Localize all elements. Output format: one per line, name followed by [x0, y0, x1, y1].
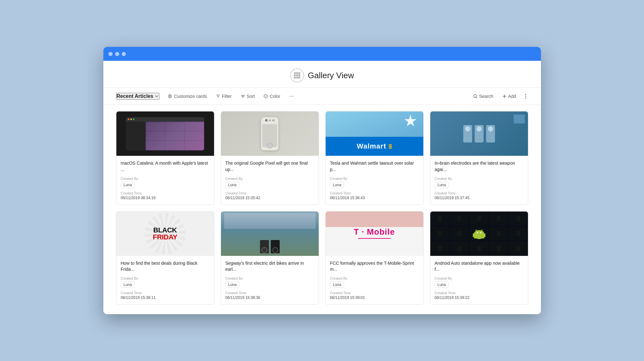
card-image-8 — [430, 212, 528, 256]
card-body-2: The original Google Pixel will get one f… — [221, 156, 319, 204]
svg-point-19 — [474, 230, 484, 237]
creator-tag-2: Luna — [225, 182, 240, 188]
card-body-4: In-brain electrodes are the latest weapo… — [430, 156, 528, 204]
color-button[interactable]: Color — [262, 92, 282, 100]
app-window: Gallery View Recent Articles — [103, 47, 541, 314]
sort-icon — [241, 94, 245, 98]
toolbar-actions: Customize cards Filter Sort — [166, 92, 296, 100]
card-time-5: 06/11/2019 15:38:11 — [121, 295, 210, 300]
card-image-2 — [221, 111, 319, 156]
svg-rect-4 — [296, 75, 298, 76]
card-body-7: FCC formally approves the T-Mobile-Sprin… — [326, 256, 423, 304]
card-body-6: Segway's first electric dirt bikes arriv… — [221, 256, 319, 304]
card-title-2: The original Google Pixel will get one f… — [225, 160, 314, 173]
creator-label-2: Created By — [225, 177, 314, 180]
creator-label-5: Created By — [121, 276, 210, 280]
add-label: Add — [508, 94, 516, 99]
time-label-4: Created Time — [435, 191, 524, 195]
card-time-8: 06/11/2019 15:39:22 — [435, 295, 524, 300]
card-image-4 — [430, 111, 528, 156]
card-title-3: Tesla and Walmart settle lawsuit over so… — [330, 160, 419, 173]
creator-label-3: Created By — [330, 177, 419, 180]
svg-rect-2 — [299, 73, 300, 74]
creator-tag-5: Luna — [121, 282, 135, 288]
card-1[interactable]: macOS Catalina: A month with Apple's lat… — [116, 111, 214, 205]
search-button[interactable]: Search — [471, 92, 495, 100]
vertical-ellipsis-icon — [525, 94, 526, 99]
card-4[interactable]: In-brain electrodes are the latest weapo… — [430, 111, 528, 205]
svg-rect-7 — [296, 77, 298, 78]
more-options-button[interactable]: ··· — [287, 92, 296, 100]
page-title: Gallery View — [308, 71, 354, 80]
search-icon — [473, 94, 478, 98]
customize-cards-button[interactable]: Customize cards — [166, 92, 209, 100]
time-label-2: Created Time — [225, 191, 314, 195]
card-image-5: BLACK FRIDAY — [116, 212, 214, 256]
view-title-button[interactable]: Recent Articles — [116, 93, 160, 100]
card-body-3: Tesla and Walmart settle lawsuit over so… — [326, 156, 423, 204]
add-button[interactable]: Add — [500, 92, 518, 100]
minimize-button[interactable] — [115, 52, 119, 56]
card-time-3: 06/11/2019 15:36:43 — [330, 196, 419, 200]
svg-rect-0 — [294, 73, 296, 74]
app-icon — [290, 68, 304, 82]
card-2[interactable]: The original Google Pixel will get one f… — [221, 111, 319, 205]
creator-label-8: Created By — [435, 276, 524, 280]
time-label-5: Created Time — [121, 291, 210, 295]
gallery-grid: macOS Catalina: A month with Apple's lat… — [103, 105, 541, 314]
card-8[interactable]: Android Auto standalone app now availabl… — [430, 211, 528, 305]
card-7[interactable]: T · Mobile FCC formally approves the T-M… — [325, 211, 424, 305]
time-label-7: Created Time — [330, 291, 419, 295]
card-5[interactable]: BLACK FRIDAY How to find the best deals … — [116, 211, 214, 305]
app-header: Gallery View — [103, 61, 541, 88]
filter-button[interactable]: Filter — [214, 92, 234, 100]
view-title-label: Recent Articles — [117, 93, 153, 99]
card-body-1: macOS Catalina: A month with Apple's lat… — [116, 156, 214, 204]
maximize-button[interactable] — [122, 52, 126, 56]
card-time-4: 06/11/2019 15:37:45 — [435, 196, 524, 200]
card-body-8: Android Auto standalone app now availabl… — [430, 256, 528, 304]
creator-tag-4: Luna — [435, 182, 449, 188]
time-label-3: Created Time — [330, 191, 419, 195]
traffic-lights — [108, 52, 126, 56]
creator-tag-3: Luna — [330, 182, 344, 188]
ellipsis-icon: ··· — [289, 93, 294, 99]
creator-label-7: Created By — [330, 276, 419, 280]
time-label-1: Created Time — [121, 191, 210, 195]
svg-point-14 — [525, 96, 526, 97]
svg-point-9 — [169, 95, 171, 97]
creator-label-4: Created By — [435, 177, 524, 180]
customize-label: Customize cards — [174, 94, 207, 99]
titlebar — [103, 47, 541, 61]
svg-rect-3 — [294, 75, 296, 76]
card-title-7: FCC formally approves the T-Mobile-Sprin… — [330, 260, 419, 273]
add-icon — [502, 94, 507, 98]
sort-button[interactable]: Sort — [239, 92, 257, 100]
window-content: Gallery View Recent Articles — [103, 61, 541, 314]
options-button[interactable] — [523, 93, 528, 99]
card-title-5: How to find the best deals during Black … — [121, 260, 210, 273]
card-image-6 — [221, 212, 319, 256]
card-image-1 — [116, 111, 214, 156]
svg-point-15 — [525, 98, 526, 98]
filter-label: Filter — [222, 94, 232, 99]
svg-rect-24 — [473, 233, 474, 237]
time-label-8: Created Time — [435, 291, 524, 295]
creator-label-6: Created By — [225, 276, 314, 280]
card-title-1: macOS Catalina: A month with Apple's lat… — [121, 160, 210, 173]
filter-icon — [216, 94, 220, 98]
svg-rect-25 — [484, 233, 485, 237]
search-label: Search — [479, 94, 493, 99]
svg-rect-5 — [299, 75, 300, 76]
close-button[interactable] — [108, 52, 113, 56]
creator-tag-6: Luna — [225, 282, 240, 288]
creator-tag-7: Luna — [330, 282, 344, 288]
card-image-3: Walmart — [326, 111, 423, 156]
card-time-1: 05/11/2019 08:34:16 — [121, 196, 210, 200]
sort-label: Sort — [247, 94, 255, 99]
card-3[interactable]: Walmart Tesla and Walmart settle lawsuit… — [325, 111, 424, 205]
card-6[interactable]: Segway's first electric dirt bikes arriv… — [221, 211, 319, 305]
card-title-4: In-brain electrodes are the latest weapo… — [435, 160, 524, 173]
svg-point-10 — [168, 94, 172, 98]
customize-icon — [168, 94, 172, 98]
